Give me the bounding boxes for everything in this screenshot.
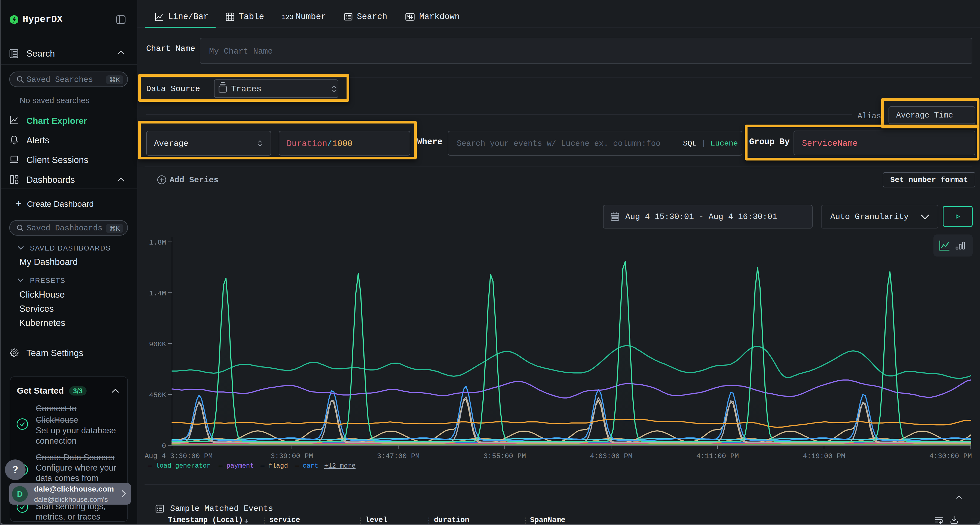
svg-text:1.4M: 1.4M <box>149 289 166 298</box>
svg-text:4:11:00 PM: 4:11:00 PM <box>696 452 739 460</box>
svg-text:1.8M: 1.8M <box>149 239 166 247</box>
svg-text:3:55:00 PM: 3:55:00 PM <box>484 452 526 460</box>
svg-text:4:03:00 PM: 4:03:00 PM <box>590 452 632 460</box>
svg-text:450K: 450K <box>149 391 166 399</box>
svg-text:4:19:00 PM: 4:19:00 PM <box>803 452 845 460</box>
svg-text:— flagd: — flagd <box>260 462 288 469</box>
svg-text:Aug 4 3:30:00 PM: Aug 4 3:30:00 PM <box>145 452 213 460</box>
svg-text:3:39:00 PM: 3:39:00 PM <box>270 452 313 460</box>
svg-text:— load-generator: — load-generator <box>148 462 210 469</box>
svg-text:0: 0 <box>162 442 166 450</box>
svg-text:4:30:00 PM: 4:30:00 PM <box>929 452 972 460</box>
svg-text:+12 more: +12 more <box>324 462 356 469</box>
svg-text:900K: 900K <box>149 340 166 349</box>
svg-text:— payment: — payment <box>218 462 254 469</box>
svg-text:— cart: — cart <box>294 462 318 469</box>
svg-text:3:47:00 PM: 3:47:00 PM <box>377 452 420 460</box>
